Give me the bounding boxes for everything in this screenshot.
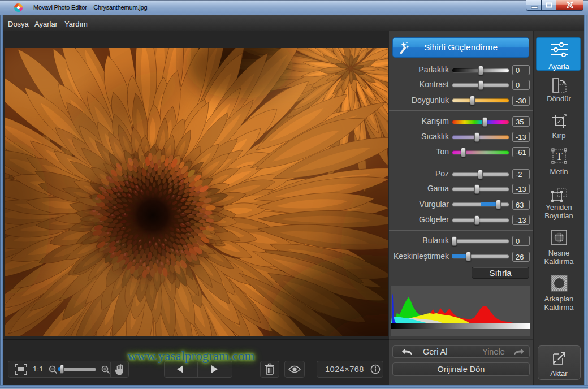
- svg-text:T: T: [556, 150, 563, 162]
